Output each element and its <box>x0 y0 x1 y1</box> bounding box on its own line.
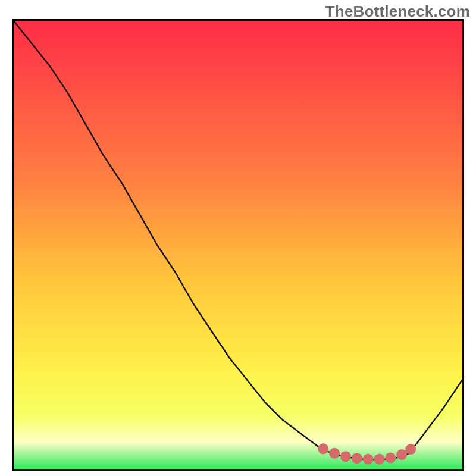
highlight-dot <box>405 444 416 455</box>
highlight-dot <box>363 454 374 465</box>
gradient-background <box>14 21 462 469</box>
highlight-dot <box>374 454 385 465</box>
watermark-text: TheBottleneck.com <box>325 2 470 21</box>
highlight-dot <box>318 443 328 454</box>
highlight-dot <box>396 449 407 460</box>
highlight-dot <box>352 453 362 464</box>
highlight-dot <box>329 448 340 459</box>
chart-svg <box>14 21 462 469</box>
highlight-dot <box>340 451 351 462</box>
chart-frame: TheBottleneck.com <box>0 0 476 476</box>
highlight-dot <box>385 452 396 463</box>
plot-area <box>12 19 464 471</box>
